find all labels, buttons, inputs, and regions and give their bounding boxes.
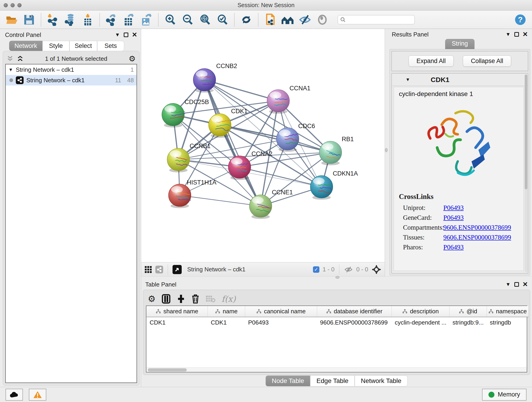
table-cell[interactable]: stringdb — [487, 317, 528, 328]
table-cell[interactable]: cyclin-dependent ... — [392, 317, 449, 328]
cloud-status-button[interactable] — [6, 389, 23, 401]
collection-count: 1 — [131, 66, 134, 73]
crosslink-row: Pharos:P06493 — [403, 243, 524, 251]
node-ccnb2[interactable]: CCNB2 — [193, 63, 237, 93]
node-hist1h1a[interactable]: HIST1H1A — [169, 179, 216, 208]
export-network-button[interactable] — [104, 13, 119, 27]
collapse-all-icon[interactable] — [7, 56, 13, 62]
tab-string[interactable]: String — [445, 39, 475, 49]
string-home-button[interactable] — [280, 13, 295, 27]
toggle-view-button[interactable] — [315, 13, 330, 27]
column-header-database-identifier[interactable]: database identifier — [317, 306, 392, 317]
float-panel-icon[interactable] — [514, 32, 519, 37]
splitter-handle[interactable] — [336, 276, 340, 279]
column-header-namespace[interactable]: namespace — [487, 306, 528, 317]
crosslink-row: Uniprot:P06493 — [403, 204, 524, 211]
hide-unhide-button[interactable] — [298, 13, 312, 27]
node-ccna1[interactable]: CCNA1 — [267, 85, 311, 114]
export-table-button[interactable] — [121, 13, 137, 27]
tab-style[interactable]: Style — [42, 41, 70, 51]
help-button[interactable]: ? — [513, 13, 528, 27]
close-panel-icon[interactable]: ✕ — [132, 32, 137, 38]
network-graph[interactable]: CCNB2CCNA1CDC25BCDK1CDC6RB1CCNB1CCNA2CDK… — [141, 29, 385, 262]
column-header-name[interactable]: name — [208, 306, 245, 317]
node-ccnb1[interactable]: CCNB1 — [167, 143, 211, 172]
horizontal-splitter[interactable] — [141, 276, 532, 280]
collapse-triangle-icon[interactable]: ▼ — [405, 77, 410, 82]
tab-select[interactable]: Select — [70, 41, 97, 51]
memory-button[interactable]: Memory — [482, 389, 526, 401]
crosslink-link[interactable]: 9606.ENSP00000378699 — [443, 224, 511, 231]
table-cell[interactable]: P06493 — [245, 317, 317, 328]
table-cell[interactable]: 9606.ENSP00000378699 — [317, 317, 392, 328]
refresh-layout-button[interactable] — [239, 13, 254, 27]
navigate-crosshair-icon[interactable] — [371, 264, 381, 274]
zoom-in-button[interactable] — [163, 13, 178, 27]
crosslink-link[interactable]: P06493 — [443, 204, 464, 211]
delete-column-trash-icon[interactable] — [191, 294, 200, 304]
column-header--id[interactable]: @id — [449, 306, 487, 317]
search-box[interactable] — [338, 15, 415, 24]
crosslink-link[interactable]: P06493 — [443, 243, 464, 251]
node-cdkn1a[interactable]: CDKN1A — [310, 170, 358, 200]
panel-menu-icon[interactable]: ▼ — [506, 32, 511, 37]
panel-menu-icon[interactable]: ▼ — [115, 32, 120, 37]
crosslink-link[interactable]: P06493 — [443, 214, 464, 221]
node-ccne1[interactable]: CCNE1 — [249, 189, 293, 219]
table-row[interactable]: CDK1CDK1P064939606.ENSP00000378699cyclin… — [146, 317, 528, 328]
table-settings-gear-icon[interactable]: ⚙ — [148, 294, 156, 304]
gear-icon[interactable]: ⚙ — [129, 54, 136, 63]
import-table-file-button[interactable] — [80, 13, 95, 27]
float-panel-icon[interactable] — [514, 282, 519, 287]
zoom-out-icon — [181, 13, 194, 26]
column-type-icon — [326, 309, 331, 314]
close-panel-icon[interactable]: ✕ — [523, 281, 528, 288]
tab-edge-table[interactable]: Edge Table — [310, 375, 355, 386]
grid-view-icon[interactable] — [144, 266, 152, 274]
collapse-triangle-icon[interactable]: ▼ — [8, 67, 13, 72]
table-cell[interactable]: stringdb:9... — [449, 317, 487, 328]
network-share-view-icon[interactable] — [155, 266, 163, 274]
table-cell[interactable]: CDK1 — [208, 317, 245, 328]
network-collection-row[interactable]: ▼ String Network – cdk1 1 — [6, 64, 137, 75]
tab-node-table[interactable]: Node Table — [266, 375, 310, 386]
import-network-database-button[interactable] — [63, 13, 78, 27]
crosslink-link[interactable]: 9606.ENSP00000378699 — [443, 234, 511, 241]
vertical-splitter[interactable] — [385, 29, 388, 276]
close-panel-icon[interactable]: ✕ — [523, 31, 528, 38]
table-horizontal-scrollbar[interactable] — [146, 367, 527, 372]
column-header-description[interactable]: description — [392, 306, 449, 317]
save-session-button[interactable] — [22, 13, 37, 27]
import-network-file-button[interactable] — [45, 13, 60, 27]
tab-network[interactable]: Network — [9, 41, 42, 51]
tab-network-table[interactable]: Network Table — [355, 375, 408, 386]
birds-eye-view-icon[interactable] — [172, 265, 182, 274]
table-cell[interactable]: CDK1 — [146, 317, 208, 328]
create-column-plus-icon[interactable] — [177, 294, 185, 304]
status-bar: Memory — [0, 387, 532, 402]
results-scrollbar[interactable] — [525, 75, 527, 272]
float-panel-icon[interactable] — [124, 32, 128, 37]
selected-checkbox-icon[interactable]: ✓ — [313, 266, 319, 273]
network-row-selected[interactable]: String Network – cdk1 11 48 — [6, 75, 137, 85]
splitter-handle[interactable] — [385, 148, 388, 152]
search-input[interactable] — [348, 17, 407, 23]
share-file-button[interactable] — [263, 13, 278, 27]
collapse-all-button[interactable]: Collapse All — [463, 56, 511, 67]
expand-all-button[interactable]: Expand All — [409, 56, 454, 67]
zoom-out-button[interactable] — [180, 13, 195, 27]
warnings-button[interactable] — [29, 389, 46, 401]
column-header-canonical-name[interactable]: canonical name — [245, 306, 317, 317]
network-canvas[interactable]: CCNB2CCNA1CDC25BCDK1CDC6RB1CCNB1CCNA2CDK… — [141, 29, 385, 262]
export-image-button[interactable] — [139, 13, 154, 27]
zoom-fit-button[interactable] — [197, 13, 213, 27]
tab-sets[interactable]: Sets — [97, 41, 124, 51]
column-header-shared-name[interactable]: shared name — [146, 306, 208, 317]
cdk1-entry-header[interactable]: ▼ CDK1 — [392, 74, 528, 86]
zoom-selected-button[interactable] — [215, 13, 230, 27]
open-session-button[interactable] — [4, 13, 19, 27]
panel-menu-icon[interactable]: ▼ — [506, 282, 511, 287]
expand-all-icon[interactable] — [17, 56, 24, 62]
show-columns-icon[interactable] — [162, 294, 171, 304]
node-rb1[interactable]: RB1 — [319, 136, 354, 165]
